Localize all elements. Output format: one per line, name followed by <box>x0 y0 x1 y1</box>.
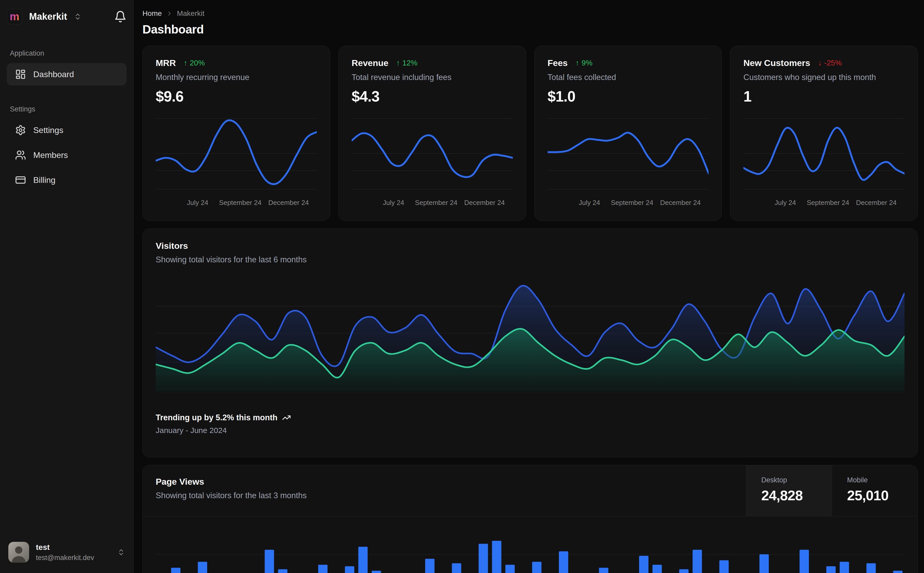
breadcrumb-home-link[interactable]: Home <box>143 9 162 18</box>
sidebar-item-dashboard[interactable]: Dashboard <box>7 63 127 85</box>
sidebar-header: m Makerkit <box>7 9 127 24</box>
sidebar-item-label: Members <box>33 150 68 160</box>
page-views-subtitle: Showing total visitors for the last 3 mo… <box>156 491 733 500</box>
x-axis-labels: July 24 September 24 December 24 <box>744 196 905 210</box>
sparkline-chart: July 24 September 24 December 24 <box>744 114 905 210</box>
user-menu[interactable]: test test@makerkit.dev <box>7 542 127 563</box>
visitors-trend-text: Trending up by 5.2% this month <box>156 413 277 422</box>
visitors-card: Visitors Showing total visitors for the … <box>143 229 918 457</box>
stat-value: $1.0 <box>547 88 709 105</box>
visitors-period: January - June 2024 <box>156 426 905 435</box>
stat-card-fees: Fees ↑9% Total fees collected $1.0 July … <box>534 46 722 221</box>
sparkline-chart: July 24 September 24 December 24 <box>156 114 317 210</box>
trend-badge: ↑20% <box>184 59 205 67</box>
trend-badge: ↑9% <box>576 59 592 67</box>
trending-up-icon <box>282 413 291 422</box>
stat-title: MRR <box>156 58 176 68</box>
x-axis-labels: July 24 September 24 December 24 <box>547 196 709 210</box>
stat-cards-row: MRR ↑20% Monthly recurring revenue $9.6 … <box>143 46 918 221</box>
trend-badge: ↑12% <box>396 59 417 67</box>
stat-title: New Customers <box>744 58 810 68</box>
gear-icon <box>15 125 26 136</box>
sidebar-item-label: Settings <box>33 125 63 135</box>
sidebar-item-billing[interactable]: Billing <box>7 169 127 191</box>
stat-card-mrr: MRR ↑20% Monthly recurring revenue $9.6 … <box>143 46 330 221</box>
sidebar: m Makerkit Application Dashboard Setting… <box>0 0 133 573</box>
visitors-area-chart <box>156 276 905 393</box>
credit-card-icon <box>15 175 26 185</box>
visitors-title: Visitors <box>156 241 905 251</box>
mobile-label: Mobile <box>847 476 918 484</box>
nav-section-application: Application <box>10 49 127 57</box>
stat-description: Total fees collected <box>547 73 709 82</box>
workspace-selector[interactable]: m Makerkit <box>7 9 82 24</box>
page-views-bar-chart <box>156 529 905 573</box>
desktop-label: Desktop <box>761 476 832 484</box>
sparkline-chart: July 24 September 24 December 24 <box>547 114 709 210</box>
stat-description: Customers who signed up this month <box>744 73 905 82</box>
visitors-subtitle: Showing total visitors for the last 6 mo… <box>156 255 905 265</box>
notifications-bell-icon[interactable] <box>114 10 127 23</box>
page-views-desktop-toggle[interactable]: Desktop 24,828 <box>746 465 832 516</box>
page-views-mobile-toggle[interactable]: Mobile 25,010 <box>832 465 918 516</box>
arrow-up-icon: ↑ <box>184 59 187 67</box>
mobile-value: 25,010 <box>847 487 918 503</box>
desktop-value: 24,828 <box>761 487 832 503</box>
main-content: Home Makerkit Dashboard MRR ↑20% Monthly… <box>133 0 924 573</box>
sidebar-item-label: Billing <box>33 175 55 185</box>
users-icon <box>15 150 26 161</box>
page-views-card: Page Views Showing total visitors for th… <box>143 465 918 573</box>
dashboard-page: { "app": { "name": "Makerkit" }, "sideba… <box>0 0 924 573</box>
sidebar-item-settings[interactable]: Settings <box>7 119 127 141</box>
sidebar-nav: Application Dashboard Settings Settings <box>7 49 127 191</box>
sparkline-chart: July 24 September 24 December 24 <box>351 114 513 210</box>
x-axis-labels: July 24 September 24 December 24 <box>351 196 513 210</box>
stat-title: Fees <box>547 58 568 68</box>
arrow-up-icon: ↑ <box>576 59 579 67</box>
chevrons-up-down-icon <box>74 13 82 20</box>
avatar <box>8 542 29 563</box>
dashboard-icon <box>15 69 26 80</box>
trend-badge: ↓-25% <box>818 59 842 67</box>
sidebar-item-members[interactable]: Members <box>7 144 127 166</box>
page-title: Dashboard <box>143 22 918 36</box>
arrow-up-icon: ↑ <box>396 59 400 67</box>
chevrons-up-down-icon <box>117 548 125 556</box>
workspace-name: Makerkit <box>29 11 67 22</box>
sidebar-item-label: Dashboard <box>33 70 74 79</box>
user-name: test <box>36 543 94 552</box>
stat-card-revenue: Revenue ↑12% Total revenue including fee… <box>339 46 526 221</box>
breadcrumb-current: Makerkit <box>177 9 204 18</box>
nav-section-settings: Settings <box>10 105 127 113</box>
arrow-down-icon: ↓ <box>818 59 822 67</box>
stat-value: $9.6 <box>156 88 317 105</box>
stat-value: 1 <box>744 88 905 105</box>
user-email: test@makerkit.dev <box>36 554 94 562</box>
stat-description: Monthly recurring revenue <box>156 73 317 82</box>
stat-card-new-customers: New Customers ↓-25% Customers who signed… <box>730 46 918 221</box>
x-axis-labels: July 24 September 24 December 24 <box>156 196 317 210</box>
makerkit-logo: m <box>7 9 22 24</box>
stat-value: $4.3 <box>351 88 513 105</box>
chevron-right-icon <box>166 10 173 17</box>
page-views-title: Page Views <box>156 477 733 487</box>
stat-description: Total revenue including fees <box>351 73 513 82</box>
breadcrumb: Home Makerkit <box>143 9 918 18</box>
stat-title: Revenue <box>351 58 389 68</box>
page-views-header: Page Views Showing total visitors for th… <box>143 465 918 517</box>
